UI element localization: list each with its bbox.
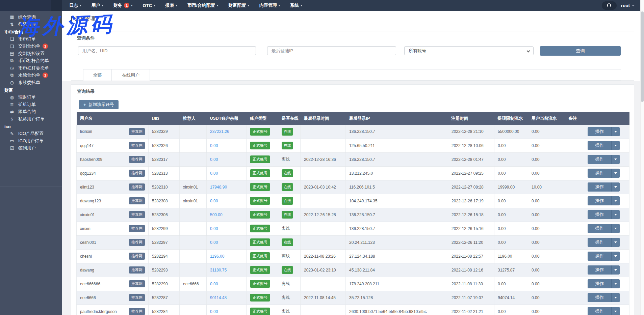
sidebar-item-12[interactable]: ◍理财订单 xyxy=(0,94,62,101)
action-dropdown-button[interactable] xyxy=(611,252,620,261)
referral-badge[interactable]: 推荐网 xyxy=(129,211,145,218)
support-button[interactable] xyxy=(602,1,617,10)
sidebar-item-18[interactable]: ▭ICO用户订单 xyxy=(0,137,62,145)
action-dropdown-button[interactable] xyxy=(611,279,620,288)
balance-link[interactable]: 17948.90 xyxy=(210,185,227,190)
referral-badge[interactable]: 推荐网 xyxy=(129,156,145,163)
nav-item-2[interactable]: 用户▾ xyxy=(92,2,104,8)
account-type-select[interactable]: 所有账号 xyxy=(404,46,534,55)
sidebar-item-4[interactable]: ❏币币订单 xyxy=(0,35,62,43)
referral-badge[interactable]: 推荐网 xyxy=(129,266,145,274)
sidebar-item-17[interactable]: ✎ICO产品配置 xyxy=(0,130,62,138)
user-menu[interactable]: root xyxy=(621,3,635,8)
last-login-ip-input[interactable] xyxy=(267,46,396,55)
action-dropdown-button[interactable] xyxy=(611,169,620,178)
nav-item-8[interactable]: 内容管理▾ xyxy=(259,2,280,8)
balance-link[interactable]: 90114.48 xyxy=(210,295,227,300)
nav-item-6[interactable]: 币币/合约配置▾ xyxy=(187,2,218,8)
tab-online-users[interactable]: 在线用户 xyxy=(112,69,150,81)
action-dropdown-button[interactable] xyxy=(611,127,620,136)
balance-link[interactable]: 0.00 xyxy=(210,309,218,314)
action-button[interactable]: 操作 xyxy=(588,307,611,315)
username-input[interactable] xyxy=(78,46,256,55)
referral-badge[interactable]: 推荐网 xyxy=(129,239,145,246)
referral-badge[interactable]: 推荐网 xyxy=(129,197,145,204)
action-dropdown-button[interactable] xyxy=(611,210,620,219)
action-button[interactable]: 操作 xyxy=(588,279,611,288)
nav-item-3[interactable]: 财务1▾ xyxy=(113,2,133,8)
referral-badge[interactable]: 推荐网 xyxy=(129,253,145,260)
nav-item-1[interactable]: 日志▾ xyxy=(69,2,81,8)
action-button[interactable]: 操作 xyxy=(588,141,611,150)
sidebar-item-9[interactable]: ⧉永续合约单1 xyxy=(0,72,62,79)
scrollbar-thumb[interactable] xyxy=(641,11,644,102)
sidebar-item-15[interactable]: $私募用户订单 xyxy=(0,115,62,123)
action-dropdown-button[interactable] xyxy=(611,238,620,247)
table-row: lixinxin推荐网5282329237221.26正式账号在线136.228… xyxy=(77,125,629,139)
balance-link[interactable]: 0.00 xyxy=(210,143,218,148)
action-dropdown-button[interactable] xyxy=(611,224,620,233)
add-demo-account-button[interactable]: + 新增演示账号 xyxy=(79,100,119,109)
action-dropdown-button[interactable] xyxy=(611,293,620,302)
sidebar-item-10[interactable]: ◷永续委托单 xyxy=(0,79,62,86)
nav-item-7[interactable]: 财富配置▾ xyxy=(228,2,249,8)
balance-link[interactable]: 0.00 xyxy=(210,171,218,176)
action-button[interactable]: 操作 xyxy=(588,127,611,136)
balance-link[interactable]: 0.00 xyxy=(210,240,218,245)
referral-badge[interactable]: 推荐网 xyxy=(129,294,145,301)
cell-withdraw-limit-flow: 19999.00 xyxy=(494,180,528,194)
action-dropdown-button[interactable] xyxy=(611,141,620,150)
sidebar-item-1[interactable]: ▦综合查询 xyxy=(0,13,62,21)
nav-item-5[interactable]: 报表▾ xyxy=(165,2,178,8)
action-button[interactable]: 操作 xyxy=(588,238,611,247)
balance-link[interactable]: 0.00 xyxy=(210,199,218,203)
cell-last-login-ip: 104.249.174.35 xyxy=(346,194,448,208)
referral-badge[interactable]: 推荐网 xyxy=(129,308,145,315)
action-button[interactable]: 操作 xyxy=(588,182,611,192)
referral-badge[interactable]: 推荐网 xyxy=(129,128,145,135)
sidebar-toggle-button[interactable] xyxy=(51,0,62,11)
cell-actions: 操作 xyxy=(584,208,629,222)
sidebar-item-8[interactable]: ◷币币杠杆委托单 xyxy=(0,64,62,72)
nav-item-9[interactable]: 系统▾ xyxy=(290,2,302,8)
balance-link[interactable]: 1196.00 xyxy=(210,254,225,259)
balance-link[interactable]: 0.00 xyxy=(210,157,218,162)
sidebar-item-2[interactable]: ⇅行情管理 xyxy=(0,21,62,28)
nav-item-4[interactable]: OTC▾ xyxy=(143,3,155,8)
balance-link[interactable]: 31180.75 xyxy=(210,268,227,273)
action-button[interactable]: 操作 xyxy=(588,265,611,275)
action-dropdown-button[interactable] xyxy=(611,182,620,192)
action-button[interactable]: 操作 xyxy=(588,169,611,178)
balance-link[interactable]: 0.00 xyxy=(210,226,218,231)
balance-link[interactable]: 237221.26 xyxy=(210,129,229,134)
action-button[interactable]: 操作 xyxy=(588,210,611,219)
action-button[interactable]: 操作 xyxy=(588,293,611,302)
sidebar-item-5[interactable]: ❏交割合约单1 xyxy=(0,43,62,50)
cell-withdraw-limit-flow: 0.00 xyxy=(494,152,528,166)
tab-all[interactable]: 全部 xyxy=(83,69,112,81)
action-dropdown-button[interactable] xyxy=(611,307,620,315)
action-button[interactable]: 操作 xyxy=(588,252,611,261)
sidebar-item-14[interactable]: ⇄跟单合约 xyxy=(0,108,62,116)
sidebar-item-19[interactable]: ☑签到用户 xyxy=(0,145,62,152)
referral-badge[interactable]: 推荐网 xyxy=(129,183,145,191)
action-dropdown-button[interactable] xyxy=(611,155,620,164)
referral-badge[interactable]: 推荐网 xyxy=(129,142,145,149)
action-button[interactable]: 操作 xyxy=(588,224,611,233)
action-dropdown-button[interactable] xyxy=(611,196,620,205)
search-button[interactable]: 查询 xyxy=(540,46,621,56)
sidebar-item-7[interactable]: ⧉币币杠杆合约单 xyxy=(0,57,62,65)
sidebar-item-6[interactable]: ▤交割场控设置 xyxy=(0,50,62,57)
action-button[interactable]: 操作 xyxy=(588,196,611,205)
referral-badge[interactable]: 推荐网 xyxy=(129,225,145,232)
sidebar-section-label: 币币/合约 xyxy=(0,29,62,35)
referral-badge[interactable]: 推荐网 xyxy=(129,170,145,177)
action-button[interactable]: 操作 xyxy=(588,155,611,164)
balance-link[interactable]: 0.00 xyxy=(210,282,218,286)
page-scrollbar[interactable] xyxy=(640,0,644,315)
action-dropdown-button[interactable] xyxy=(611,265,620,275)
cell-current-flow: 0.00 xyxy=(528,249,565,263)
sidebar-item-13[interactable]: ≣矿机订单 xyxy=(0,101,62,108)
balance-link[interactable]: 500.00 xyxy=(210,212,223,217)
referral-badge[interactable]: 推荐网 xyxy=(129,280,145,287)
